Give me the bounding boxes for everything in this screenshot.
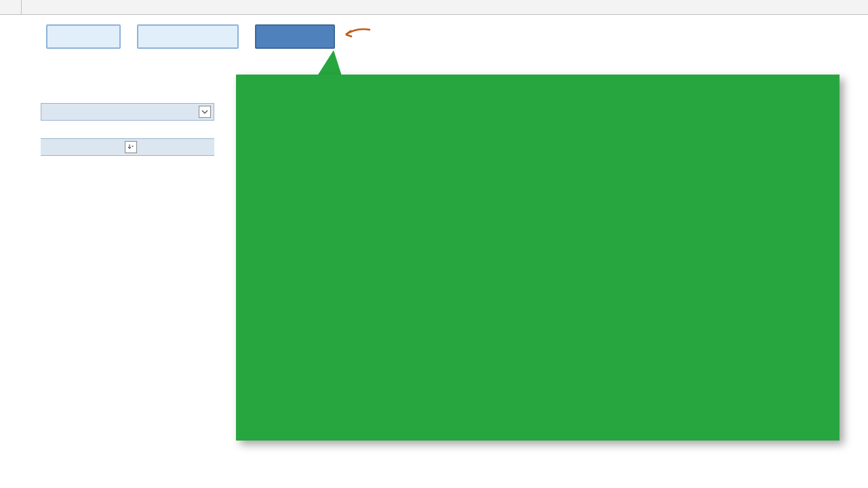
- customer-button[interactable]: [137, 24, 239, 49]
- grid-area[interactable]: [22, 15, 868, 488]
- select-all-corner[interactable]: [0, 0, 22, 14]
- pivot-filter-row: [41, 103, 214, 121]
- title-callout: [236, 75, 840, 441]
- arrow-icon: [343, 27, 372, 45]
- sort-arrow-icon: [127, 144, 134, 150]
- pivot-filter-dropdown[interactable]: [199, 106, 211, 118]
- spreadsheet: [0, 0, 868, 488]
- chevron-down-icon: [201, 108, 208, 115]
- salesperson-button[interactable]: [255, 24, 335, 49]
- pivot-rowfield-dropdown[interactable]: [125, 141, 137, 153]
- pivot-header-row: [41, 138, 214, 156]
- region-button[interactable]: [46, 24, 121, 49]
- column-header-row: [0, 0, 868, 15]
